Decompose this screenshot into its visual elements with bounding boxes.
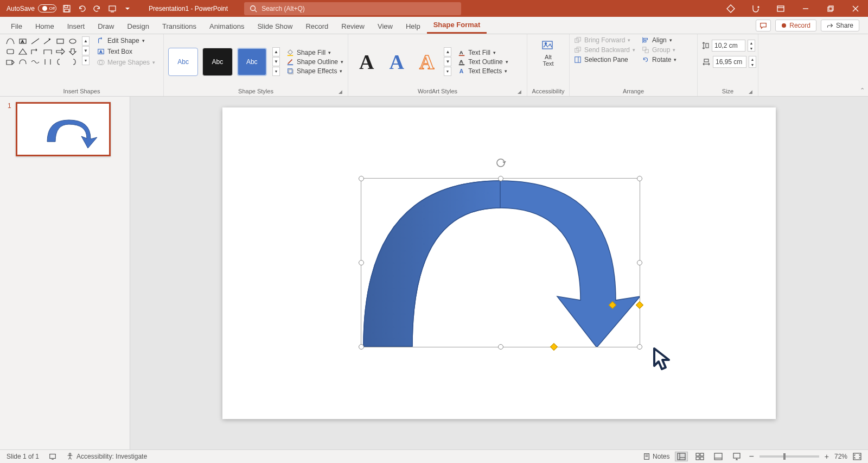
tab-animations[interactable]: Animations [203,19,251,34]
handle-bottom-left[interactable] [359,344,364,350]
rotate-button[interactable]: Rotate ▾ [642,56,676,64]
diamond-icon[interactable] [718,0,743,17]
shape-style-preset-1[interactable]: Abc [168,48,198,76]
tab-draw[interactable]: Draw [91,19,120,34]
slideshow-view-button[interactable] [730,452,743,461]
tab-review[interactable]: Review [335,19,371,34]
wordart-launcher[interactable]: ◢ [518,89,521,94]
zoom-in-button[interactable]: + [825,452,829,461]
tab-slideshow[interactable]: Slide Show [251,19,299,34]
shape-outline-button[interactable]: Shape Outline ▾ [286,58,343,66]
style-gallery-down[interactable]: ▼ [272,57,280,66]
shape-style-preset-3[interactable]: Abc [237,48,267,76]
size-launcher[interactable]: ◢ [749,89,752,94]
share-button[interactable]: Share [821,20,859,31]
height-up[interactable]: ▲ [748,40,755,46]
wordart-gallery-down[interactable]: ▼ [444,57,451,66]
shape-fill-button[interactable]: Shape Fill ▾ [286,49,343,56]
minimize-button[interactable] [793,0,818,17]
maximize-button[interactable] [818,0,843,17]
slide-sorter-view-button[interactable] [693,452,706,461]
gallery-up-button[interactable]: ▲ [82,36,90,46]
width-down[interactable]: ▼ [749,62,756,67]
start-from-beginning-icon[interactable] [107,4,117,14]
style-gallery-up[interactable]: ▲ [272,47,280,56]
wordart-preset-2[interactable]: A [382,50,410,74]
slide-thumbnail-1[interactable] [16,102,111,156]
handle-left[interactable] [359,260,364,265]
handle-top[interactable] [498,176,503,181]
handle-right[interactable] [637,260,642,265]
comments-status-icon[interactable] [49,453,56,460]
save-icon[interactable] [62,4,72,14]
close-button[interactable] [843,0,868,17]
wordart-preset-3[interactable]: A [413,50,441,74]
zoom-slider[interactable] [760,455,819,458]
fit-to-window-button[interactable] [853,453,861,460]
wordart-gallery-up[interactable]: ▲ [444,47,451,56]
shape-effects-button[interactable]: Shape Effects ▾ [286,67,343,75]
zoom-level[interactable]: 72% [834,453,847,460]
search-input[interactable] [261,5,456,12]
record-button[interactable]: Record [775,20,816,31]
alt-text-button[interactable]: Alt Text [537,36,560,70]
tab-view[interactable]: View [371,19,399,34]
slide-canvas-area[interactable] [130,97,868,449]
align-button[interactable]: Align ▾ [642,36,676,44]
shape-width-field[interactable]: 16,95 cm ▲▼ [702,56,756,68]
svg-line-6 [255,10,257,12]
handle-top-left[interactable] [359,176,364,181]
wordart-gallery-more[interactable]: ▾ [444,67,451,76]
qat-more-icon[interactable] [123,4,132,14]
tab-help[interactable]: Help [399,19,427,34]
edit-shape-button[interactable]: Edit Shape ▾ [95,36,157,45]
adjust-handle-2[interactable] [609,301,616,309]
selection-box[interactable] [361,178,640,347]
search-box[interactable] [244,2,461,15]
tab-design[interactable]: Design [121,19,156,34]
tab-transitions[interactable]: Transitions [156,19,203,34]
autosave-toggle[interactable]: AutoSave Off [7,4,56,12]
notes-button[interactable]: Notes [643,453,669,460]
adjust-handle-3[interactable] [550,343,558,351]
wordart-preset-1[interactable]: A [353,50,380,74]
shape-style-preset-2[interactable]: Abc [202,48,232,76]
tab-home[interactable]: Home [29,19,61,34]
selection-pane-button[interactable]: Selection Pane [574,56,635,64]
handle-top-right[interactable] [637,176,642,181]
tab-file[interactable]: File [4,19,29,34]
normal-view-button[interactable] [675,452,688,461]
text-outline-button[interactable]: AText Outline ▾ [458,58,508,66]
comments-button[interactable] [756,20,771,31]
gallery-more-button[interactable]: ▾ [82,56,90,65]
height-down[interactable]: ▼ [748,46,755,51]
tab-insert[interactable]: Insert [61,19,92,34]
gallery-down-button[interactable]: ▼ [82,46,90,55]
tab-shape-format[interactable]: Shape Format [427,17,487,34]
zoom-out-button[interactable]: − [749,452,754,461]
width-up[interactable]: ▲ [749,56,756,62]
collapse-ribbon-button[interactable]: ⌃ [860,87,865,94]
ribbon-display-icon[interactable] [768,0,793,17]
slide-counter[interactable]: Slide 1 of 1 [7,453,39,460]
redo-icon[interactable] [92,4,102,14]
reading-view-button[interactable] [712,452,725,461]
accessibility-status[interactable]: Accessibility: Investigate [66,453,147,460]
shapes-gallery[interactable]: A [4,36,79,67]
slide[interactable] [222,107,776,419]
text-effects-button[interactable]: AText Effects ▾ [458,67,508,75]
text-box-button[interactable]: AText Box [95,47,157,56]
handle-bottom-right[interactable] [637,344,642,350]
undo-icon[interactable] [77,4,87,14]
rotate-handle[interactable] [495,157,507,169]
handle-bottom[interactable] [498,344,503,350]
style-gallery-more[interactable]: ▾ [272,67,280,76]
text-fill-button[interactable]: AText Fill ▾ [458,49,508,56]
shape-styles-launcher[interactable]: ◢ [339,89,342,94]
group-label: Group [652,46,670,54]
adjust-handle-1[interactable] [636,301,643,309]
coming-soon-icon[interactable] [743,0,768,17]
slide-thumbnails-panel[interactable]: 1 [0,97,130,449]
shape-height-field[interactable]: 10,2 cm ▲▼ [702,40,756,52]
tab-record[interactable]: Record [299,19,335,34]
